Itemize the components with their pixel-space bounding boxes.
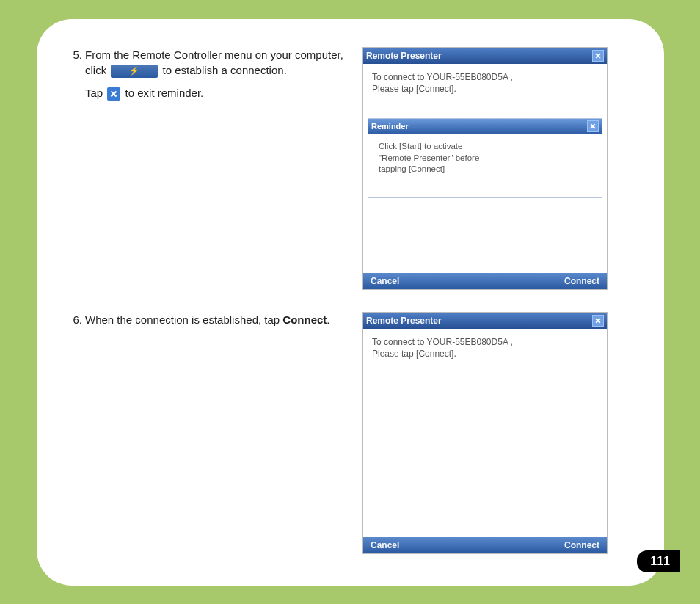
step-body: When the connection is established, tap … <box>85 312 348 327</box>
manual-page: 5. From the Remote Controller menu on yo… <box>37 19 664 586</box>
instruction-text: When the connection is established, tap <box>85 313 282 326</box>
instruction-text: . <box>327 313 329 326</box>
connect-toolbar-button-icon: ⚡ <box>111 65 158 78</box>
window-close-button[interactable] <box>592 50 604 62</box>
reminder-dialog: Reminder Click [Start] to activate "Remo… <box>368 118 602 198</box>
step-5: 5. From the Remote Controller menu on yo… <box>69 47 348 101</box>
window-body: To connect to YOUR-55EB080D5A , Please t… <box>363 64 607 118</box>
instruction-subline: Tap to exit reminder. <box>85 85 348 101</box>
screenshot-2-col: Remote Presenter To connect to YOUR-55EB… <box>362 312 642 554</box>
screenshot-remote-presenter-reminder: Remote Presenter To connect to YOUR-55EB… <box>362 47 608 290</box>
window-titlebar: Remote Presenter <box>363 313 607 329</box>
instruction-text: Tap <box>85 87 103 99</box>
step-6: 6. When the connection is established, t… <box>69 312 348 327</box>
reminder-body: Click [Start] to activate "Remote Presen… <box>368 134 602 197</box>
screenshot-1-col: Remote Presenter To connect to YOUR-55EB… <box>362 47 642 290</box>
reminder-close-button[interactable] <box>587 120 599 132</box>
window-body: To connect to YOUR-55EB080D5A , Please t… <box>363 329 607 537</box>
step-body: From the Remote Controller menu on your … <box>85 47 348 101</box>
window-empty-area <box>363 204 607 273</box>
window-title: Remote Presenter <box>366 51 442 61</box>
instruction-text: to establish a connection. <box>163 64 287 76</box>
step-6-text: 6. When the connection is established, t… <box>69 312 362 338</box>
close-icon <box>107 87 120 101</box>
window-footer: Cancel Connect <box>363 273 607 289</box>
bolt-icon: ⚡ <box>129 65 139 76</box>
body-text: Please tap [Connect]. <box>372 348 598 360</box>
instruction-bold: Connect <box>282 313 327 326</box>
cancel-button[interactable]: Cancel <box>371 540 399 550</box>
connect-button[interactable]: Connect <box>564 276 599 286</box>
page-number-badge: 111 <box>637 550 680 572</box>
step-5-text: 5. From the Remote Controller menu on yo… <box>69 47 362 111</box>
reminder-text: "Remote Presenter" before <box>379 153 593 164</box>
reminder-text: tapping [Connect] <box>379 164 593 175</box>
window-titlebar: Remote Presenter <box>363 48 607 64</box>
step-number: 6. <box>69 312 85 327</box>
body-text: Please tap [Connect]. <box>372 83 598 95</box>
reminder-titlebar: Reminder <box>368 119 602 134</box>
reminder-text: Click [Start] to activate <box>379 141 593 153</box>
window-footer: Cancel Connect <box>363 537 607 553</box>
window-close-button[interactable] <box>592 315 604 327</box>
instruction-text: to exit reminder. <box>125 87 204 99</box>
reminder-title: Reminder <box>371 122 409 131</box>
cancel-button[interactable]: Cancel <box>371 276 399 286</box>
step-5-row: 5. From the Remote Controller menu on yo… <box>69 47 642 290</box>
body-text: To connect to YOUR-55EB080D5A , <box>372 71 598 83</box>
body-text: To connect to YOUR-55EB080D5A , <box>372 336 598 348</box>
step-6-row: 6. When the connection is established, t… <box>69 312 642 554</box>
screenshot-remote-presenter: Remote Presenter To connect to YOUR-55EB… <box>362 312 608 554</box>
connect-button[interactable]: Connect <box>564 540 599 550</box>
step-number: 5. <box>69 47 85 101</box>
window-title: Remote Presenter <box>366 316 442 326</box>
